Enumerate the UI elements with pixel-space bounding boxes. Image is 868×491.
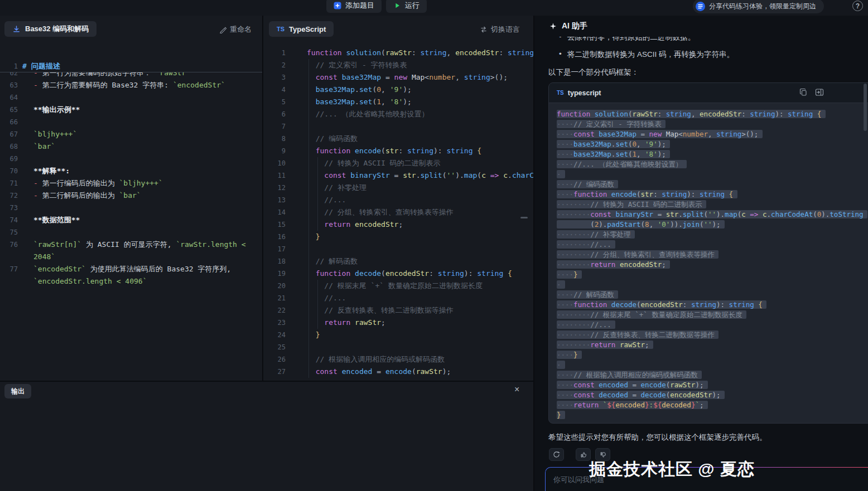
promo-text: 分享代码练习体验，领限量定制周边 — [709, 2, 816, 11]
add-question-icon — [334, 2, 341, 9]
sparkle-icon — [549, 22, 557, 31]
indent-guide — [308, 59, 309, 378]
promo-doc-icon — [696, 2, 705, 11]
language-tab[interactable]: TS TypeScript — [269, 21, 334, 37]
copy-code-icon[interactable] — [799, 88, 808, 96]
indent-guide — [317, 280, 318, 329]
ai-outro-text: 希望这些提示对您有所帮助，您可以根据这个框架逐步完善代码。 — [548, 432, 767, 443]
output-panel: 输出 × — [0, 382, 533, 491]
ai-title: AI 助手 — [549, 21, 587, 31]
ai-assistant-panel: • 去除补的零，得到原始的二进制数据。 • 将二进制数据转换为 ASCII 码，… — [534, 16, 868, 491]
top-bar: 添加题目 运行 分享代码练习体验，领限量定制周边 ? — [0, 0, 868, 16]
rename-label: 重命名 — [230, 25, 252, 35]
output-tab[interactable]: 输出 — [4, 384, 31, 398]
code-practice-app: 添加题目 运行 分享代码练习体验，领限量定制周边 ? Base32 编码和解码 — [0, 0, 868, 491]
ai-code-block: TS typescript function solution(rawStr: … — [548, 82, 868, 424]
language-tab-label: TypeScript — [289, 25, 326, 33]
ai-bullet-2: 将二进制数据转换为 ASCII 码，再转换为字符串。 — [567, 50, 734, 60]
help-icon[interactable]: ? — [852, 1, 863, 11]
share-promo-banner[interactable]: 分享代码练习体验，领限量定制周边 — [693, 0, 824, 13]
run-label: 运行 — [405, 1, 419, 11]
ai-panel-header: AI 助手 — [534, 16, 868, 37]
watermark-text: 掘金技术社区 @ 夏恋 — [589, 458, 755, 481]
editor-panel: TS TypeScript 切换语言 1function solution(ra… — [263, 16, 533, 381]
sticky-line-content: 1# 问题描述 — [0, 60, 262, 72]
sticky-heading-line: 1# 问题描述 — [0, 60, 262, 72]
insert-code-icon[interactable] — [815, 88, 824, 96]
code-lang-label: typescript — [568, 89, 601, 97]
regenerate-button[interactable] — [549, 448, 564, 461]
close-output-icon[interactable]: × — [514, 384, 519, 395]
problem-tab-label: Base32 编码和解码 — [25, 24, 89, 34]
code-editor-lines[interactable]: 1function solution(rawStr: string, encod… — [263, 47, 533, 381]
ai-intro-text: 以下是一个部分代码框架： — [548, 67, 639, 77]
switch-language-label: 切换语言 — [491, 25, 520, 35]
overview-ruler-mark — [520, 217, 528, 218]
scrollbar-thumb[interactable] — [864, 84, 867, 131]
problem-tab[interactable]: Base32 编码和解码 — [4, 21, 97, 37]
run-button[interactable]: 运行 — [386, 0, 427, 13]
swap-arrows-icon — [480, 26, 488, 33]
code-lang-badge: TS — [557, 90, 564, 96]
rename-button[interactable]: 重命名 — [219, 25, 252, 35]
indent-guide — [317, 157, 318, 231]
ai-bullet-item: • 将二进制数据转换为 ASCII 码，再转换为字符串。 — [559, 50, 734, 60]
pencil-icon — [219, 26, 226, 33]
ts-badge: TS — [277, 26, 284, 32]
thumbs-up-button[interactable] — [576, 448, 591, 461]
add-question-button[interactable]: 添加题目 — [326, 0, 382, 13]
add-question-label: 添加题目 — [345, 1, 374, 11]
switch-language-button[interactable]: 切换语言 — [480, 25, 520, 35]
problem-markdown-lines[interactable]: 62- 第一行为需要编码的原始字符串： `rawStr`63- 第二行为需要解码… — [0, 67, 262, 396]
download-arrow-icon — [12, 25, 21, 33]
problem-panel: Base32 编码和解码 重命名 1# 问题描述 62- 第一行为需要编码的原始… — [0, 16, 262, 381]
run-play-icon — [393, 2, 401, 9]
ai-code-lines[interactable]: function solution(rawStr: string, encode… — [549, 103, 868, 424]
